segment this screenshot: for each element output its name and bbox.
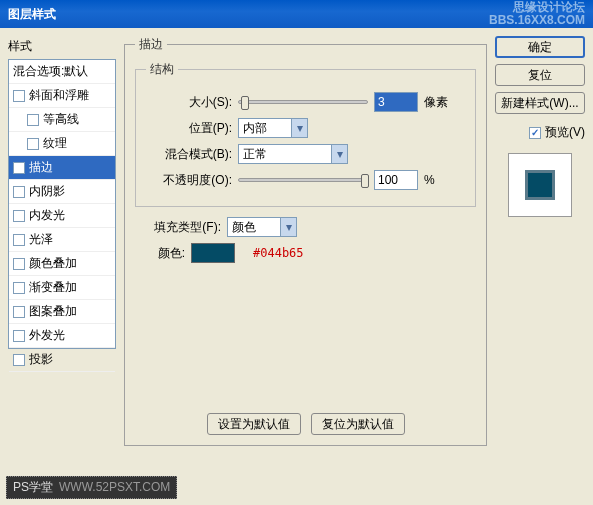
- checkbox[interactable]: [27, 138, 39, 150]
- color-label: 颜色:: [135, 245, 185, 262]
- structure-legend: 结构: [146, 61, 178, 78]
- chevron-down-icon: ▾: [280, 218, 296, 236]
- blend-options-item[interactable]: 混合选项:默认: [9, 60, 115, 84]
- style-item[interactable]: 内发光: [9, 204, 115, 228]
- color-swatch[interactable]: [191, 243, 235, 263]
- checkbox[interactable]: [13, 282, 25, 294]
- style-item[interactable]: 纹理: [9, 132, 115, 156]
- blendmode-combo[interactable]: 正常 ▾: [238, 144, 348, 164]
- style-item[interactable]: 渐变叠加: [9, 276, 115, 300]
- style-item[interactable]: 光泽: [9, 228, 115, 252]
- style-item[interactable]: 斜面和浮雕: [9, 84, 115, 108]
- checkbox[interactable]: [13, 90, 25, 102]
- checkbox[interactable]: [13, 330, 25, 342]
- footer-watermark: PS学堂WWW.52PSXT.COM: [6, 476, 177, 499]
- style-item-label: 投影: [29, 351, 53, 368]
- style-item-label: 图案叠加: [29, 303, 77, 320]
- opacity-label: 不透明度(O):: [146, 172, 232, 189]
- checkbox[interactable]: [13, 162, 25, 174]
- position-label: 位置(P):: [146, 120, 232, 137]
- style-item[interactable]: 投影: [9, 348, 115, 372]
- structure-group: 结构 大小(S): 像素 位置(P): 内部 ▾ 混合模式(B):: [135, 61, 476, 207]
- checkbox[interactable]: [13, 306, 25, 318]
- preview-swatch: [525, 170, 555, 200]
- stroke-legend: 描边: [135, 36, 167, 53]
- preview-label: 预览(V): [545, 124, 585, 141]
- style-item-label: 内阴影: [29, 183, 65, 200]
- window-title: 图层样式: [8, 6, 56, 23]
- filltype-label: 填充类型(F):: [135, 219, 221, 236]
- preview-checkbox[interactable]: [529, 127, 541, 139]
- filltype-combo[interactable]: 颜色 ▾: [227, 217, 297, 237]
- style-item-label: 颜色叠加: [29, 255, 77, 272]
- chevron-down-icon: ▾: [331, 145, 347, 163]
- opacity-unit: %: [424, 173, 435, 187]
- checkbox[interactable]: [13, 258, 25, 270]
- cancel-button[interactable]: 复位: [495, 64, 585, 86]
- style-item-label: 渐变叠加: [29, 279, 77, 296]
- size-label: 大小(S):: [146, 94, 232, 111]
- watermark: 思缘设计论坛 BBS.16XX8.COM: [489, 1, 585, 27]
- style-item-label: 内发光: [29, 207, 65, 224]
- opacity-slider[interactable]: [238, 178, 368, 182]
- style-item-label: 纹理: [43, 135, 67, 152]
- checkbox[interactable]: [13, 234, 25, 246]
- style-item[interactable]: 等高线: [9, 108, 115, 132]
- position-combo[interactable]: 内部 ▾: [238, 118, 308, 138]
- style-item[interactable]: 颜色叠加: [9, 252, 115, 276]
- styles-header: 样式: [8, 36, 116, 57]
- size-input[interactable]: [374, 92, 418, 112]
- style-list: 混合选项:默认 斜面和浮雕等高线纹理描边内阴影内发光光泽颜色叠加渐变叠加图案叠加…: [8, 59, 116, 349]
- checkbox[interactable]: [27, 114, 39, 126]
- reset-default-button[interactable]: 复位为默认值: [311, 413, 405, 435]
- checkbox[interactable]: [13, 210, 25, 222]
- size-slider[interactable]: [238, 100, 368, 104]
- style-item-label: 等高线: [43, 111, 79, 128]
- style-item-label: 描边: [29, 159, 53, 176]
- style-item[interactable]: 图案叠加: [9, 300, 115, 324]
- style-item-label: 斜面和浮雕: [29, 87, 89, 104]
- style-item-label: 光泽: [29, 231, 53, 248]
- stroke-group: 描边 结构 大小(S): 像素 位置(P): 内部 ▾ 混: [124, 36, 487, 446]
- preview-box: [508, 153, 572, 217]
- style-item[interactable]: 外发光: [9, 324, 115, 348]
- opacity-input[interactable]: [374, 170, 418, 190]
- checkbox[interactable]: [13, 354, 25, 366]
- ok-button[interactable]: 确定: [495, 36, 585, 58]
- new-style-button[interactable]: 新建样式(W)...: [495, 92, 585, 114]
- style-item[interactable]: 描边: [9, 156, 115, 180]
- style-item[interactable]: 内阴影: [9, 180, 115, 204]
- color-hex: #044b65: [253, 246, 304, 260]
- size-unit: 像素: [424, 94, 448, 111]
- set-default-button[interactable]: 设置为默认值: [207, 413, 301, 435]
- titlebar: 图层样式 思缘设计论坛 BBS.16XX8.COM: [0, 0, 593, 28]
- checkbox[interactable]: [13, 186, 25, 198]
- blendmode-label: 混合模式(B):: [146, 146, 232, 163]
- chevron-down-icon: ▾: [291, 119, 307, 137]
- style-item-label: 外发光: [29, 327, 65, 344]
